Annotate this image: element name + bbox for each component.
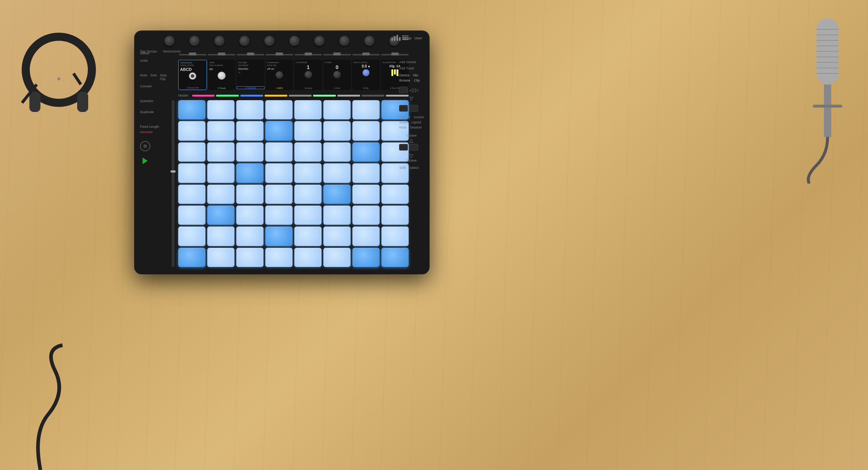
pad-5-4[interactable] (294, 206, 322, 225)
pad-5-2[interactable] (236, 206, 263, 225)
pad-6-4[interactable] (294, 227, 322, 246)
record-button[interactable] (140, 141, 150, 151)
slider-7[interactable] (352, 54, 380, 55)
pad-2-3[interactable] (265, 142, 293, 162)
pad-7-5[interactable] (323, 248, 351, 267)
pad-2-6[interactable] (352, 142, 380, 162)
top-knob-2[interactable] (189, 36, 200, 46)
pad-7-7[interactable] (381, 248, 409, 267)
vertical-slider[interactable] (172, 100, 175, 267)
pad-1-1[interactable] (207, 121, 234, 140)
device-button[interactable]: Device (399, 73, 409, 77)
delete-button[interactable]: Delete (140, 51, 167, 55)
nav-square-btn-2[interactable] (409, 105, 418, 112)
pad-3-1[interactable] (207, 163, 234, 182)
session-button[interactable]: Session (410, 126, 422, 129)
pad-7-0[interactable] (178, 248, 205, 267)
pad-3-6[interactable] (352, 163, 380, 182)
pad-5-3[interactable] (265, 206, 293, 225)
octave-sq-2[interactable] (409, 144, 418, 151)
slider-1[interactable] (179, 54, 207, 55)
pad-0-3[interactable] (265, 100, 293, 119)
device-panel-2[interactable]: Utility OSC-A WAVE on 2 Smpls (208, 60, 236, 90)
pad-0-2[interactable] (236, 100, 263, 119)
pad-3-2[interactable] (236, 163, 263, 182)
pad-6-0[interactable] (178, 227, 205, 246)
device-panel-5[interactable]: A COARSE 1 5-Audio (294, 60, 322, 90)
pad-3-3[interactable] (265, 163, 293, 182)
device-panel-7[interactable]: OSC-A LEVEL 0.0 ● B-Dly (352, 60, 380, 90)
pad-7-3[interactable] (265, 248, 293, 267)
top-knob-3[interactable] (214, 36, 225, 46)
nav-right-arrow[interactable]: ▷ (415, 87, 419, 93)
clip-button[interactable]: Clip (414, 79, 420, 82)
fixed-length-button[interactable]: Fixed Length (140, 125, 167, 129)
automate-button[interactable]: Automate (140, 130, 167, 134)
mute-button[interactable]: Mute (140, 73, 147, 81)
pad-4-5[interactable] (323, 185, 351, 204)
slider-6[interactable] (323, 54, 351, 55)
pad-0-4[interactable] (294, 100, 322, 119)
nav-down-arrow[interactable]: ▽ (409, 95, 413, 101)
pad-0-1[interactable] (207, 100, 234, 119)
pad-2-0[interactable] (178, 142, 205, 162)
add-track-button[interactable]: Add Track (399, 66, 424, 71)
stop-clip-button[interactable]: Stop Clip (160, 73, 167, 81)
pad-1-5[interactable] (323, 121, 351, 140)
shift-button[interactable]: Shift (399, 166, 406, 170)
select-button[interactable]: Select (409, 166, 419, 170)
pad-7-6[interactable] (352, 248, 380, 267)
add-device-button[interactable]: Add Device (399, 60, 424, 65)
pad-2-1[interactable] (207, 142, 234, 162)
play-button[interactable] (140, 156, 150, 166)
browse-button[interactable]: Browse (399, 79, 410, 82)
pad-7-2[interactable] (236, 248, 263, 267)
pad-1-0[interactable] (178, 121, 205, 140)
device-panel-4[interactable]: Compressor A FIX ON off on 4-MIDI (266, 60, 294, 90)
device-panel-6[interactable]: A FINE 0 A-Rvb (323, 60, 351, 90)
pad-4-3[interactable] (265, 185, 293, 204)
top-knob-6[interactable] (289, 36, 300, 46)
top-knob-5[interactable] (264, 36, 275, 46)
pad-6-6[interactable] (352, 227, 380, 246)
device-panel-1[interactable]: Operator OSCILLATOR ABCD 1-Reverb 80 (178, 60, 207, 90)
pad-7-1[interactable] (207, 248, 234, 267)
slider-3[interactable] (237, 54, 264, 55)
octave-down-button[interactable]: ▽ (399, 153, 424, 159)
pad-3-5[interactable] (323, 163, 351, 182)
mix-button[interactable]: Mix (413, 73, 418, 77)
pad-1-2[interactable] (236, 121, 263, 140)
pad-4-2[interactable] (236, 185, 263, 204)
top-knob-1[interactable] (164, 36, 175, 46)
repeat-button[interactable]: Repeat (399, 115, 410, 119)
note-button[interactable]: Note (399, 126, 406, 129)
octave-sq-1[interactable] (399, 144, 408, 151)
nav-left-arrow[interactable]: ◁ (409, 87, 413, 93)
pad-6-2[interactable] (236, 227, 263, 246)
octave-up-button[interactable]: △ (399, 137, 424, 143)
pad-0-5[interactable] (323, 100, 351, 119)
slider-2[interactable] (208, 54, 236, 55)
pad-4-4[interactable] (294, 185, 322, 204)
pad-4-0[interactable] (178, 185, 205, 204)
pad-6-7[interactable] (381, 227, 409, 246)
pad-2-2[interactable] (236, 142, 263, 162)
user-button[interactable]: User (415, 36, 422, 40)
pad-7-4[interactable] (294, 248, 322, 267)
convert-button[interactable]: Convert (140, 84, 167, 88)
pad-1-6[interactable] (352, 121, 380, 140)
slider-8[interactable] (381, 54, 409, 55)
pad-1-3[interactable] (265, 121, 293, 140)
pad-0-0[interactable] (178, 100, 205, 119)
pad-5-1[interactable] (207, 206, 234, 225)
quantize-button[interactable]: Quantize (140, 99, 167, 103)
pad-2-4[interactable] (294, 142, 322, 162)
pad-1-4[interactable] (294, 121, 322, 140)
pad-4-1[interactable] (207, 185, 234, 204)
scale-button[interactable]: Scale (399, 120, 408, 124)
pad-6-5[interactable] (323, 227, 351, 246)
pad-3-0[interactable] (178, 163, 205, 182)
solo-button[interactable]: Solo (150, 73, 157, 81)
pad-0-6[interactable] (352, 100, 380, 119)
layout-button[interactable]: Layout (411, 120, 421, 124)
